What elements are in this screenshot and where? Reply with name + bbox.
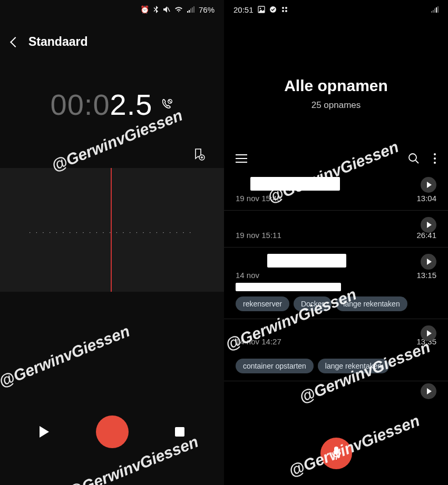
recording-item[interactable]: 19 nov 15:48 13:04 [224,171,448,211]
bookmark-add-icon[interactable] [193,148,205,161]
svg-rect-5 [193,6,194,13]
recording-date: 19 nov 15:11 [236,231,281,240]
bluetooth-icon [153,6,159,13]
recording-item[interactable] [224,381,448,395]
more-icon[interactable] [433,153,436,164]
recording-duration: 13:04 [416,194,436,203]
svg-point-15 [285,7,287,9]
tag[interactable]: rekenserver [236,296,289,311]
record-fab[interactable] [320,438,352,469]
svg-rect-3 [190,8,191,13]
play-icon[interactable] [421,254,436,270]
page-title: Standaard [28,35,87,49]
svg-rect-22 [437,6,439,13]
svg-point-17 [285,10,287,12]
recordings-list-screen: 20:51 Alle opnamen 25 opnames [224,0,448,485]
play-icon[interactable] [421,383,436,399]
playback-controls [0,415,224,448]
battery-percent: 76% [199,5,215,14]
recording-date: 14 nov [236,271,259,280]
svg-point-23 [409,154,416,161]
svg-rect-21 [436,7,437,13]
call-record-icon [160,98,173,112]
status-bar: 20:51 [224,0,448,19]
recording-date: 14 nov 14:27 [236,337,281,346]
svg-line-24 [416,161,419,164]
svg-rect-2 [189,10,190,13]
header: Standaard [0,19,224,58]
recording-summary-redacted [236,283,341,291]
recording-date: 19 nov 15:48 [236,194,281,203]
timer-elapsed-dim: 00:0 [51,87,110,122]
timer-display: 00:02.5 [0,58,224,122]
mic-icon [330,446,342,461]
tag[interactable]: lange rekentaken [318,359,389,373]
waveform[interactable]: · · · · · · · · · · · · · · · · · · · · … [0,168,224,292]
play-button[interactable] [40,426,49,438]
toolbar [224,153,448,171]
svg-rect-4 [192,7,193,13]
gallery-icon [258,6,265,13]
play-icon[interactable] [421,325,436,341]
menu-icon[interactable] [236,154,247,163]
svg-rect-18 [431,11,432,13]
recording-item[interactable]: 14 nov 13:15 rekenserver Docker lange re… [224,248,448,319]
waveform-cursor [111,168,112,292]
timer-elapsed-bright: 2.5 [110,87,153,122]
apps-icon [281,6,288,13]
svg-point-12 [259,8,261,9]
recording-duration: 13:15 [416,271,436,280]
recording-item[interactable]: 14 nov 14:27 13:35 container opstarten l… [224,319,448,381]
svg-point-26 [434,157,436,160]
tag[interactable]: container opstarten [236,359,314,373]
play-icon[interactable] [421,177,436,193]
status-time: 20:51 [233,5,254,14]
tags-row: container opstarten lange rekentaken [236,359,436,373]
svg-line-0 [168,7,170,12]
tags-row: rekenserver Docker lange rekentaken [236,296,436,311]
svg-rect-28 [334,447,338,454]
recorder-screen: ⏰ 76% Standaard 00:02.5 · · · · [0,0,224,485]
play-icon[interactable] [421,217,436,233]
tag[interactable]: lange rekentaken [336,296,407,311]
signal-icon [187,6,194,13]
svg-rect-19 [433,10,434,13]
tag[interactable]: Docker [294,296,332,311]
list-title: Alle opnamen [224,77,448,95]
svg-point-25 [434,153,436,155]
svg-point-14 [282,7,284,9]
record-button[interactable] [96,415,129,448]
status-bar: ⏰ 76% [0,0,224,19]
svg-point-27 [434,162,436,164]
signal-icon [431,6,439,13]
stop-button[interactable] [175,427,184,437]
wifi-icon [174,6,183,13]
svg-point-16 [282,10,284,12]
list-header: Alle opnamen 25 opnames [224,19,448,153]
list-count: 25 opnames [224,100,448,111]
recording-title-redacted [250,177,340,191]
search-icon[interactable] [408,153,420,164]
mute-icon [163,6,170,13]
alarm-icon: ⏰ [140,5,149,14]
back-icon[interactable] [10,37,21,47]
svg-line-7 [169,100,171,103]
svg-rect-1 [187,11,188,13]
check-circle-icon [269,6,277,13]
svg-rect-20 [434,8,435,13]
recording-item[interactable]: 19 nov 15:11 26:41 [224,211,448,248]
recording-title-redacted [267,254,346,268]
